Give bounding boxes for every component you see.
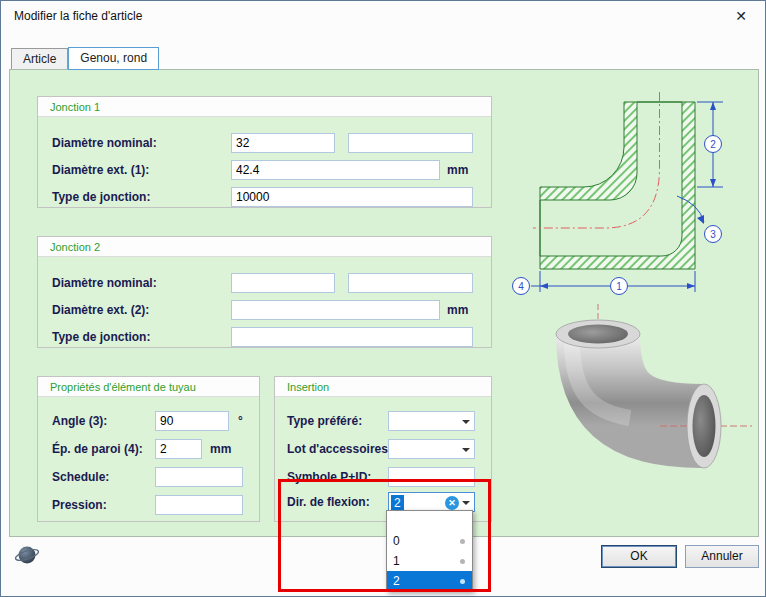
callout-1: 1 — [611, 278, 628, 295]
input-symbole-pid[interactable] — [388, 467, 475, 487]
label-diametre-ext-2: Diamètre ext. (2): — [52, 303, 149, 317]
option-dot — [460, 559, 465, 564]
option-dot — [460, 579, 465, 584]
option-label: 0 — [393, 534, 400, 548]
input-angle[interactable] — [155, 411, 229, 431]
close-icon[interactable]: ✕ — [725, 4, 757, 28]
svg-text:2: 2 — [710, 139, 716, 150]
right-opening-bore — [693, 395, 716, 457]
group-insertion-title: Insertion — [275, 377, 491, 397]
input-j2-diametre-ext[interactable] — [231, 300, 440, 320]
dialog-modifier-fiche-article: Modifier la fiche d'article ✕ Article Ge… — [0, 0, 766, 597]
chevron-down-icon — [462, 501, 470, 505]
input-j2-type-jonction[interactable] — [231, 327, 473, 347]
flexion-dropdown-list: 0 1 2 — [386, 510, 473, 592]
option-label: 1 — [393, 554, 400, 568]
tab-article[interactable]: Article — [11, 48, 68, 70]
unit-paroi-mm: mm — [210, 442, 231, 456]
input-j2-diametre-nominal[interactable] — [231, 273, 335, 293]
tab-genou-rond[interactable]: Genou, rond — [68, 47, 159, 70]
chevron-down-icon — [462, 420, 470, 424]
input-j1-type-jonction[interactable] — [231, 187, 473, 207]
combo-dir-flexion[interactable]: 2 ✕ — [388, 492, 475, 512]
group-jonction-2: Jonction 2 Diamètre nominal: Diamètre ex… — [37, 236, 492, 348]
input-j1-diametre-nominal[interactable] — [231, 133, 335, 153]
input-j1-diametre-nominal-2[interactable] — [348, 133, 473, 153]
label-diametre-ext-1: Diamètre ext. (1): — [52, 163, 149, 177]
group-proprietes-title: Propriétés d'élément de tuyau — [38, 377, 259, 397]
flexion-option-1[interactable]: 1 — [387, 551, 472, 571]
input-j2-diametre-nominal-2[interactable] — [348, 273, 473, 293]
preview-3d-elbow — [510, 300, 755, 482]
group-jonction-1: Jonction 1 Diamètre nominal: Diamètre ex… — [37, 96, 492, 208]
label-type-prefere: Type préféré: — [287, 414, 362, 428]
group-insertion: Insertion Type préféré: Lot d'accessoire… — [274, 376, 492, 522]
elbow-section-walls — [540, 102, 695, 269]
input-epaisseur-paroi[interactable] — [155, 439, 202, 459]
input-schedule[interactable] — [155, 467, 243, 487]
technical-drawing-elbow: 2 3 1 4 — [507, 84, 759, 298]
flexion-option-2[interactable]: 2 — [387, 571, 472, 591]
window-title: Modifier la fiche d'article — [14, 9, 142, 23]
label-dir-flexion: Dir. de flexion: — [287, 495, 370, 509]
material-sphere-icon — [14, 542, 40, 568]
label-type-jonction-2: Type de jonction: — [52, 330, 150, 344]
label-diametre-nominal-2: Diamètre nominal: — [52, 276, 157, 290]
label-schedule: Schedule: — [52, 470, 109, 484]
content-panel: Jonction 1 Diamètre nominal: Diamètre ex… — [9, 69, 759, 537]
option-label: 2 — [393, 574, 400, 588]
clear-icon[interactable]: ✕ — [445, 496, 459, 510]
label-symbole-pid: Symbole P+ID: — [287, 470, 371, 484]
material-button[interactable] — [13, 542, 41, 570]
input-j1-diametre-ext[interactable] — [231, 160, 440, 180]
label-type-jonction-1: Type de jonction: — [52, 190, 150, 204]
svg-text:4: 4 — [518, 281, 524, 292]
input-pression[interactable] — [155, 495, 243, 515]
svg-text:3: 3 — [710, 229, 716, 240]
unit-j2-mm: mm — [447, 303, 468, 317]
group-jonction-1-title: Jonction 1 — [38, 97, 491, 117]
option-dot — [460, 539, 465, 544]
group-jonction-2-title: Jonction 2 — [38, 237, 491, 257]
flexion-option-0[interactable]: 0 — [387, 531, 472, 551]
svg-text:1: 1 — [616, 281, 622, 292]
combo-dir-flexion-value: 2 — [391, 495, 404, 511]
label-lot-accessoires: Lot d'accessoires: — [287, 442, 392, 456]
centerline — [533, 92, 660, 228]
group-proprietes-tuyau: Propriétés d'élément de tuyau Angle (3):… — [37, 376, 260, 522]
ok-button[interactable]: OK — [601, 545, 677, 568]
combo-lot-accessoires[interactable] — [388, 439, 475, 459]
callout-4: 4 — [513, 278, 530, 295]
flexion-option-empty[interactable] — [387, 511, 472, 531]
label-pression: Pression: — [52, 498, 107, 512]
callout-3: 3 — [705, 226, 722, 243]
top-opening-bore — [568, 325, 628, 344]
callout-2: 2 — [705, 136, 722, 153]
unit-angle-deg: ° — [238, 414, 243, 428]
cancel-button[interactable]: Annuler — [685, 545, 759, 568]
combo-type-prefere[interactable] — [388, 411, 475, 431]
tab-strip: Article Genou, rond — [11, 47, 159, 70]
label-diametre-nominal-1: Diamètre nominal: — [52, 136, 157, 150]
unit-j1-mm: mm — [447, 163, 468, 177]
label-angle: Angle (3): — [52, 414, 107, 428]
chevron-down-icon — [462, 448, 470, 452]
label-epaisseur-paroi: Ép. de paroi (4): — [52, 442, 143, 456]
titlebar: Modifier la fiche d'article ✕ — [1, 1, 765, 31]
